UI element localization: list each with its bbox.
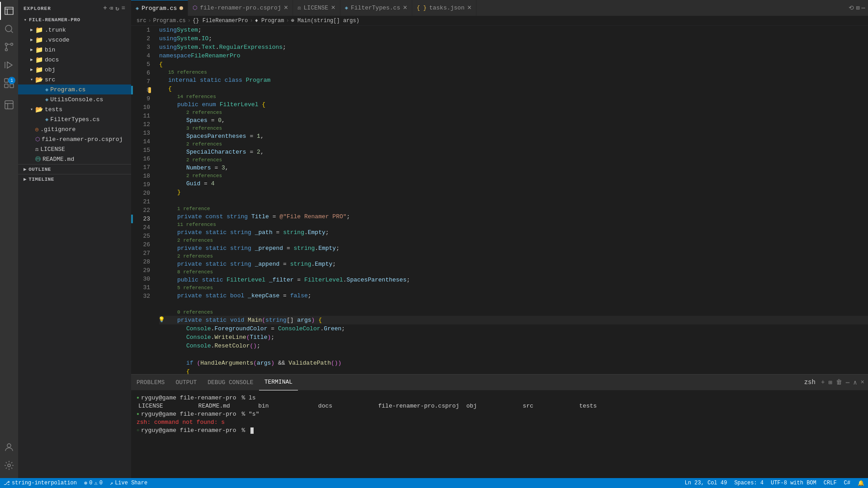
status-spaces[interactable]: Spaces: 4 xyxy=(731,478,767,488)
terminal-content[interactable]: ● ryguy@game file-renamer-pro % ls LICEN… xyxy=(131,390,868,478)
lightbulb-icon[interactable]: 💡 xyxy=(158,316,165,324)
ln-22: 22 xyxy=(135,206,150,215)
activity-bar-search[interactable] xyxy=(0,20,18,38)
outline-label: OUTLINE xyxy=(28,167,51,172)
terminal-actions: zsh + ⊞ 🗑 ⋯ ∧ × xyxy=(801,379,868,386)
sidebar-item-tests[interactable]: ▾ 📂 tests xyxy=(18,104,131,114)
code-line-4: namespace FileRenamerPro xyxy=(159,52,868,60)
terminal-more-icon[interactable]: ⋯ xyxy=(846,379,849,386)
status-position[interactable]: Ln 23, Col 49 xyxy=(681,478,731,488)
ref-0a: 0 references xyxy=(159,309,868,316)
ref-1a: 1 reference xyxy=(159,205,868,212)
status-errors[interactable]: ⊗ 0 ⚠ 0 xyxy=(80,478,106,488)
terminal-maximize-icon[interactable]: ∧ xyxy=(853,379,857,386)
sidebar-item-filter-types[interactable]: ◈ FilterTypes.cs xyxy=(18,114,131,124)
outline-section: ▶ OUTLINE xyxy=(18,164,131,174)
sidebar-item-src[interactable]: ▾ 📂 src xyxy=(18,75,131,84)
tab-filter-types[interactable]: ◈ FilterTypes.cs × xyxy=(340,0,412,16)
branch-name: string-interpolation xyxy=(12,480,77,486)
breadcrumb-sep3: › xyxy=(250,18,253,24)
breadcrumb-class[interactable]: ♦ Program xyxy=(255,18,284,24)
status-line-ending[interactable]: CRLF xyxy=(820,478,840,488)
tests-chevron: ▾ xyxy=(28,107,35,112)
csproj-icon: ⬡ xyxy=(35,136,40,143)
debug-console-label: DEBUG CONSOLE xyxy=(208,379,253,386)
activity-bar-source-control[interactable] xyxy=(0,38,18,56)
code-line-18: private static string _prepend = string.… xyxy=(159,244,868,253)
tab-csproj[interactable]: ⬡ file-renamer-pro.csproj × xyxy=(188,0,293,16)
sidebar-item-obj[interactable]: ▶ 📁 obj xyxy=(18,65,131,75)
tab-program-cs[interactable]: ◈ Program.cs xyxy=(131,0,188,16)
terminal-add-icon[interactable]: + xyxy=(821,379,825,386)
new-folder-icon[interactable]: ⌫ xyxy=(109,5,113,12)
status-language[interactable]: C# xyxy=(840,478,854,488)
tab-license-close[interactable]: × xyxy=(331,5,335,12)
ln-19: 19 xyxy=(135,180,150,189)
terminal-split-icon[interactable]: ⊞ xyxy=(828,379,832,386)
sidebar-item-bin[interactable]: ▶ 📁 bin xyxy=(18,45,131,55)
sidebar-item-license[interactable]: ⚖ LICENSE xyxy=(18,144,131,154)
tab-debug-console[interactable]: DEBUG CONSOLE xyxy=(202,375,259,390)
activity-bar-remote[interactable] xyxy=(0,96,18,114)
sidebar-item-docs[interactable]: ▶ 📁 docs xyxy=(18,55,131,65)
tab-more-icon[interactable]: ⋯ xyxy=(862,4,865,12)
tab-csproj-close[interactable]: × xyxy=(284,5,288,12)
tab-output[interactable]: OUTPUT xyxy=(170,375,202,390)
tab-license[interactable]: ⚖ LICENSE × xyxy=(293,0,340,16)
breadcrumb-src[interactable]: src xyxy=(137,18,146,24)
status-branch[interactable]: ⎇ string-interpolation xyxy=(0,478,80,488)
sidebar-item-readme[interactable]: ⓜ README.md xyxy=(18,154,131,164)
readme-label: README.md xyxy=(42,156,74,163)
ln-1: 1 xyxy=(135,26,150,34)
tab-history-icon[interactable]: ⟲ xyxy=(849,4,854,12)
root-chevron: ▾ xyxy=(22,17,29,23)
activity-bar-settings[interactable] xyxy=(0,456,18,474)
live-share-icon: ↗ xyxy=(110,480,113,487)
tab-tasks[interactable]: { } tasks.json × xyxy=(412,0,476,16)
license-icon: ⚖ xyxy=(35,146,38,153)
activity-bar-explorer[interactable] xyxy=(0,2,18,20)
problems-label: PROBLEMS xyxy=(137,379,165,386)
tab-license-icon: ⚖ xyxy=(297,5,301,11)
sidebar-item-program-cs[interactable]: ◈ Program.cs xyxy=(18,84,131,94)
sidebar-item-utils-console[interactable]: ◈ UtilsConsole.cs xyxy=(18,94,131,104)
tab-filter-icon: ◈ xyxy=(345,5,348,11)
code-line-23[interactable]: 💡 private static void Main(string[] args… xyxy=(159,316,868,324)
timeline-header[interactable]: ▶ TIMELINE xyxy=(18,174,131,184)
trunk-label: .trunk xyxy=(45,27,66,33)
folder-open-icon: 📂 xyxy=(35,76,43,84)
status-notifications[interactable]: 🔔 xyxy=(854,478,868,488)
sidebar-item-trunk[interactable]: ▶ 📁 .trunk xyxy=(18,25,131,35)
tab-split-icon[interactable]: ⊞ xyxy=(856,4,859,12)
svg-point-1 xyxy=(5,43,8,46)
tab-problems[interactable]: PROBLEMS xyxy=(131,375,170,390)
breadcrumb-ns[interactable]: {} FileRenamerPro xyxy=(193,18,248,24)
code-content[interactable]: using System; using System.IO; using Sys… xyxy=(156,26,868,374)
status-live-share[interactable]: ↗ Live Share xyxy=(106,478,151,488)
tab-tasks-close[interactable]: × xyxy=(467,5,472,12)
collapse-icon[interactable]: ≡ xyxy=(122,5,126,12)
refresh-icon[interactable]: ↻ xyxy=(115,5,119,12)
ln-31: 31 xyxy=(135,283,150,292)
status-encoding[interactable]: UTF-8 with BOM xyxy=(767,478,820,488)
new-file-icon[interactable]: + xyxy=(103,5,107,12)
outline-header[interactable]: ▶ OUTLINE xyxy=(18,164,131,174)
code-line-11: SpecialCharacters = 2, xyxy=(159,148,868,156)
tab-terminal[interactable]: TERMINAL xyxy=(259,375,298,390)
spaces-text: Spaces: 4 xyxy=(734,480,764,486)
tree-root[interactable]: ▾ FILE-RENAMER-PRO xyxy=(18,15,131,25)
activity-bar-extensions[interactable]: 1 xyxy=(0,74,18,92)
sidebar-item-csproj[interactable]: ⬡ file-renamer-pro.csproj xyxy=(18,134,131,144)
breadcrumb-file[interactable]: Program.cs xyxy=(153,18,186,24)
filter-label: FilterTypes.cs xyxy=(50,116,99,123)
tab-filter-close[interactable]: × xyxy=(403,5,407,12)
activity-bar-run[interactable] xyxy=(0,56,18,74)
prompt-cmd-2: % "s" xyxy=(238,410,259,418)
sidebar-item-vscode[interactable]: ▶ 📁 .vscode xyxy=(18,35,131,45)
terminal-close-icon[interactable]: × xyxy=(861,379,864,386)
svg-point-10 xyxy=(8,464,10,467)
terminal-trash-icon[interactable]: 🗑 xyxy=(836,379,842,386)
activity-bar-accounts[interactable] xyxy=(0,438,18,456)
sidebar-item-gitignore[interactable]: ◎ .gitignore xyxy=(18,124,131,134)
breadcrumb-method[interactable]: ⊕ Main(string[] args) xyxy=(291,17,359,24)
